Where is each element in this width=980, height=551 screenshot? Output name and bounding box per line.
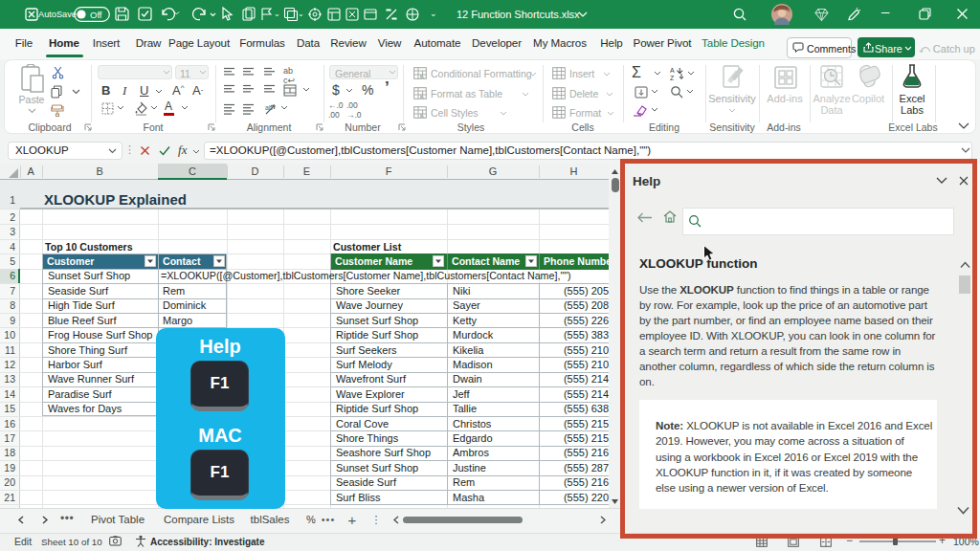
svg-text:Z: Z: [670, 75, 675, 81]
svg-text:ab: ab: [265, 104, 273, 111]
svg-text:A: A: [670, 67, 675, 74]
svg-text:Off: Off: [90, 10, 102, 20]
